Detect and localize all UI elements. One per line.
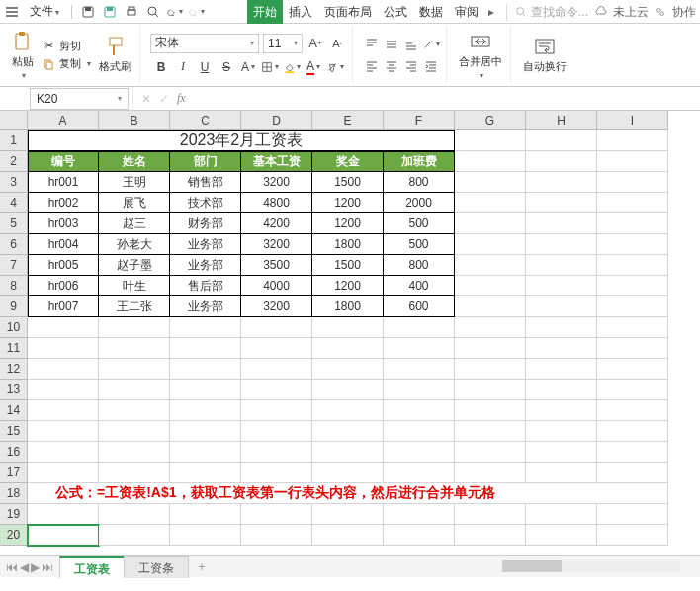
cell[interactable] <box>597 213 668 234</box>
col-header-D[interactable]: D <box>241 111 312 130</box>
cell[interactable] <box>597 255 668 276</box>
strike-button[interactable]: S <box>217 57 236 77</box>
table-cell[interactable]: 赵子墨 <box>99 255 170 276</box>
cell[interactable] <box>526 400 597 421</box>
cell[interactable] <box>28 504 99 525</box>
cut-button[interactable]: ✂剪切 <box>42 38 91 54</box>
cell[interactable] <box>526 463 597 483</box>
cell[interactable] <box>455 213 526 234</box>
table-cell[interactable]: 4200 <box>241 213 312 234</box>
row-header[interactable]: 9 <box>0 296 28 317</box>
row-header[interactable]: 20 <box>0 525 28 546</box>
align-bottom-icon[interactable] <box>402 36 420 53</box>
cell[interactable] <box>312 525 384 546</box>
cell[interactable] <box>526 172 597 193</box>
formula-input-area[interactable]: ✕ ✓ fx <box>132 87 700 110</box>
cell[interactable] <box>597 359 668 380</box>
cell[interactable] <box>526 213 597 234</box>
table-cell[interactable]: 4800 <box>241 193 312 213</box>
table-cell[interactable]: 1500 <box>312 255 384 276</box>
cell[interactable] <box>526 130 597 151</box>
orientation-icon[interactable] <box>422 36 440 53</box>
cell[interactable] <box>526 338 597 359</box>
cell[interactable] <box>526 296 597 317</box>
cell[interactable] <box>170 359 241 380</box>
cell[interactable] <box>241 463 312 483</box>
merge-center-button[interactable]: 合并居中 <box>455 29 506 82</box>
table-cell[interactable]: hr005 <box>28 255 99 276</box>
border-button[interactable] <box>260 57 280 77</box>
table-cell[interactable]: 1200 <box>312 193 384 213</box>
cell[interactable] <box>526 442 597 463</box>
cell[interactable] <box>455 276 526 296</box>
cell[interactable] <box>312 359 384 380</box>
fx-icon[interactable]: fx <box>177 91 186 106</box>
cell[interactable] <box>99 421 170 442</box>
cell[interactable] <box>597 525 668 546</box>
cell[interactable] <box>455 463 526 483</box>
tab-home[interactable]: 开始 <box>247 0 283 24</box>
tab-formula[interactable]: 公式 <box>378 0 413 24</box>
save-icon[interactable] <box>80 4 96 20</box>
add-sheet-button[interactable]: ＋ <box>188 558 216 575</box>
table-cell[interactable]: 业务部 <box>170 234 241 255</box>
cell[interactable] <box>597 151 668 172</box>
cell[interactable] <box>455 151 526 172</box>
copy-button[interactable]: 复制 <box>42 55 91 72</box>
align-center-icon[interactable] <box>383 57 400 75</box>
align-top-icon[interactable] <box>363 36 381 53</box>
cell[interactable] <box>241 504 312 525</box>
cell[interactable] <box>312 442 384 463</box>
cell[interactable] <box>99 359 170 380</box>
cell[interactable] <box>597 504 668 525</box>
bold-button[interactable]: B <box>151 57 171 77</box>
cells-area[interactable]: 2023年2月工资表编号姓名部门基本工资奖金加班费hr001王明销售部32001… <box>28 130 668 546</box>
cell[interactable] <box>312 463 384 483</box>
table-cell[interactable]: 业务部 <box>170 255 241 276</box>
cell[interactable] <box>597 172 668 193</box>
underline-button[interactable]: U <box>195 57 215 77</box>
cell[interactable] <box>597 296 668 317</box>
cell[interactable] <box>597 380 668 400</box>
cell[interactable] <box>597 317 668 338</box>
font-name-select[interactable]: 宋体▾ <box>150 34 259 53</box>
cell[interactable] <box>170 463 241 483</box>
table-cell[interactable]: 2000 <box>384 193 455 213</box>
cell[interactable] <box>455 255 526 276</box>
scrollbar-thumb[interactable] <box>502 560 562 572</box>
cell[interactable] <box>526 255 597 276</box>
table-cell[interactable]: 销售部 <box>170 172 241 193</box>
cell[interactable] <box>597 193 668 213</box>
font-more-button[interactable]: A <box>238 57 258 77</box>
cancel-formula-icon[interactable]: ✕ <box>141 92 151 106</box>
table-header[interactable]: 姓名 <box>99 151 170 172</box>
indent-icon[interactable] <box>422 57 440 75</box>
cell[interactable] <box>312 421 384 442</box>
row-header[interactable]: 16 <box>0 442 28 463</box>
cell[interactable] <box>241 442 312 463</box>
table-cell[interactable]: 王二张 <box>99 296 170 317</box>
row-header[interactable]: 7 <box>0 255 28 276</box>
cell[interactable] <box>455 442 526 463</box>
sheet-nav-prev-icon[interactable]: ◀ <box>20 560 29 574</box>
table-cell[interactable]: hr002 <box>28 193 99 213</box>
cell[interactable] <box>99 442 170 463</box>
font-color-button[interactable]: A <box>304 57 323 77</box>
cell[interactable] <box>455 296 526 317</box>
cell[interactable] <box>455 525 526 546</box>
cell[interactable] <box>99 525 170 546</box>
table-cell[interactable]: 600 <box>384 296 455 317</box>
cell[interactable] <box>170 525 241 546</box>
cell[interactable] <box>597 400 668 421</box>
table-cell[interactable]: 1200 <box>312 276 384 296</box>
tab-page-layout[interactable]: 页面布局 <box>318 0 378 24</box>
cell[interactable] <box>312 317 384 338</box>
cell[interactable] <box>384 442 455 463</box>
cell[interactable] <box>170 504 241 525</box>
row-header[interactable]: 19 <box>0 504 28 525</box>
sheet-tab-salary[interactable]: 工资表 <box>59 556 125 578</box>
table-cell[interactable]: 财务部 <box>170 213 241 234</box>
undo-icon[interactable] <box>167 4 183 20</box>
cell[interactable] <box>241 317 312 338</box>
cell[interactable] <box>28 463 99 483</box>
